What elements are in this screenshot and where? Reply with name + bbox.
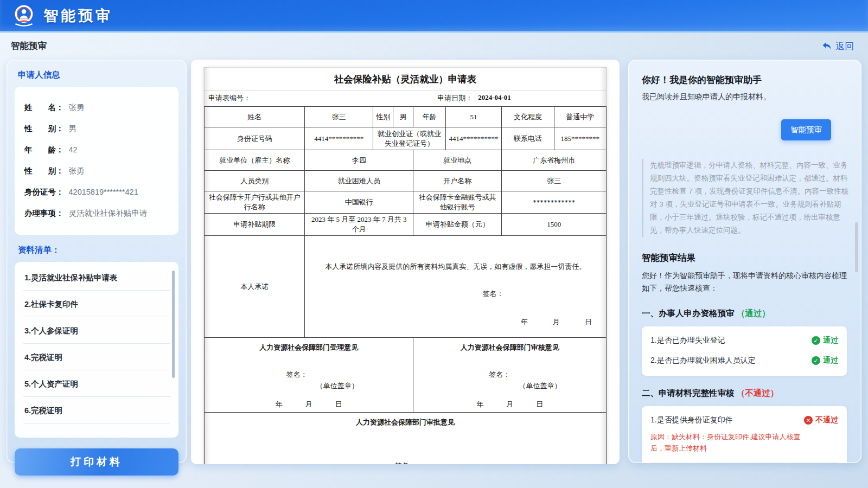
print-materials-button[interactable]: 打印材料 [15,448,178,476]
section-2-card: 1.是否提供身份证复印件 ✕ 不通过 原因：缺失材料：身份证复印件,建议申请人核… [642,406,847,463]
status-badge: 不通过 [815,415,838,425]
review-opinion-title: 人力资源社会保障部门审核意见 [416,343,604,352]
form-viewer-panel: 社会保险补贴（灵活就业）申请表 申请表编号： 申请日期： 2024-04-01 … [191,60,620,464]
assistant-note: 我已阅读并且知晓申请人的申报材料。 [642,92,847,102]
back-button[interactable]: 返回 [821,40,854,53]
materials-scrollbar[interactable] [172,271,175,378]
cell-name-value: 张三 [305,107,373,127]
table-row: 申请补贴期限 2023 年 5 月至 2023 年 7 月共 3 个月 申请补贴… [205,214,607,236]
cell-id-label: 身份证号码 [205,127,305,150]
field-value: 张勇 [69,102,85,113]
cross-circle-icon: ✕ [804,416,813,425]
applicant-panel-title: 申请人信息 [18,69,178,81]
year-label: 年 [521,317,528,327]
check-item: 1.是否提供身份证复印件 ✕ 不通过 原因：缺失材料：身份证复印件,建议申请人核… [650,407,838,463]
form-no-label: 申请表编号： [205,93,437,103]
year-label: 年 [476,400,483,409]
month-label: 月 [305,400,312,409]
section-2-heading: 二、申请材料完整性审核 （不通过） [642,388,847,399]
app-title: 智能预审 [43,6,113,25]
field-label: 身份证号： [24,187,64,197]
back-label: 返回 [835,40,854,53]
form-date-value: 2024-04-01 [478,93,511,103]
list-item[interactable]: 6.完税证明 [23,397,170,423]
applicant-fields-card: 姓 名： 张勇 性 别： 男 年 龄： 42 性 别： 张勇 身份证号： 420… [15,87,178,235]
list-item[interactable]: 1.灵活就业社保补贴申请表 [23,264,170,291]
cell-name-label: 姓名 [205,107,305,127]
cell-edu-value: 普通中学 [554,107,606,127]
cell-approve-opinion: 人力资源社会保障部门审批意见 签名： [205,413,607,465]
list-item[interactable]: 2.社保卡复印件 [23,291,170,317]
main-content: 申请人信息 姓 名： 张勇 性 别： 男 年 龄： 42 性 别： 张勇 身份证… [0,60,868,464]
commitment-date-blanks: 年 月 日 [521,317,592,327]
sign-label: 签名： [286,370,411,380]
sign-label: 签名： [207,461,604,464]
application-form-table: 姓名 张三 性别 男 年龄 51 文化程度 普通中学 身份证号码 4414***… [204,106,607,464]
cell-employer-value: 李四 [305,150,413,171]
app-header: 智能预审 [0,0,868,33]
breadcrumb-row: 智能预审 返回 [0,33,868,60]
table-row: 身份证号码 4414********** 就业创业证（或就业失业登记证号） 44… [205,127,607,150]
table-row: 姓名 张三 性别 男 年龄 51 文化程度 普通中学 [205,107,607,127]
check-item: 2.是否提供社保卡复印件 ✕ 不通过 原因：缺失材料：社保卡复印件,建议申请人核… [650,463,838,463]
section-status: （不通过） [737,388,779,397]
list-item[interactable]: 4.完税证明 [23,344,170,370]
cell-account-name-value: 张三 [502,171,607,191]
cell-gender-value: 男 [393,107,413,127]
smart-precheck-button[interactable]: 智能预审 [781,119,831,140]
field-label: 姓 名： [24,102,64,113]
form-date-label: 申请日期： [437,93,473,103]
check-item: 1.是否已办理失业登记 ✓ 通过 [650,328,838,354]
cell-edu-label: 文化程度 [502,107,554,127]
assistant-greeting: 你好！我是你的智能预审助手 [642,74,847,86]
section-1-heading: 一、办事人申办资格预审 （通过） [642,308,847,319]
cell-bank-value: 中国银行 [305,191,413,214]
field-label: 性 别： [24,124,64,134]
day-label: 日 [585,317,592,327]
commitment-text: 本人承诺所填内容及提供的所有资料均属真实、无误，如有虚假，愿承担一切责任。 [307,262,604,272]
field-label: 性 别： [24,166,64,176]
cell-employer-label: 就业单位（雇主）名称 [205,150,305,171]
breadcrumb: 智能预审 [11,40,47,52]
assistant-reasoning-quote: 先梳理预审逻辑，分申请人资格、材料完整、内容一致、业务规则四大块。资格预审看失业… [642,159,851,237]
field-gender: 性 别： 男 [24,124,169,134]
table-row: 社会保障卡开户行或其他开户行名称 中国银行 社会保障卡金融账号或其他银行账号 *… [205,191,607,214]
check-item: 2.是否已办理就业困难人员认定 ✓ 通过 [650,354,838,374]
field-matter: 办理事项： 灵活就业社保补贴申请 [24,208,169,219]
list-item[interactable]: 5.个人资产证明 [23,370,170,397]
cell-commit-content: 本人承诺所填内容及提供的所有资料均属真实、无误，如有虚假，愿承担一切责任。 签名… [305,236,607,338]
cell-period-label: 申请补贴期限 [205,214,305,236]
section-title: 二、申请材料完整性审核 [642,388,735,397]
materials-title: 资料清单： [18,245,178,256]
month-label: 月 [506,400,513,409]
stamp-logo-icon [12,3,36,28]
section-title: 一、办事人申办资格预审 [642,309,735,318]
year-label: 年 [276,400,283,409]
table-row-opinions: 人力资源社会保障部门受理意见 签名： （单位盖章） 年 月 日 人力资源社会保障… [205,338,607,413]
check-label: 2.是否已办理就业困难人员认定 [650,356,756,365]
cell-place-value: 广东省梅州市 [502,150,607,171]
form-title: 社会保险补贴（灵活就业）申请表 [204,67,607,90]
application-form-page: 社会保险补贴（灵活就业）申请表 申请表编号： 申请日期： 2024-04-01 … [203,67,607,464]
cell-bank-label: 社会保障卡开户行或其他开户行名称 [205,191,305,214]
table-row: 人员类别 就业困难人员 开户名称 张三 [205,171,607,191]
list-item[interactable]: 3.个人参保证明 [23,317,170,344]
seal-label: （单位盖章） [489,381,604,391]
cell-cert-label: 就业创业证（或就业失业登记证号） [373,127,445,150]
result-intro: 您好！作为智能预审助手，现将申请资料的核心审核内容梳理如下，帮您快速核查： [642,269,853,294]
cell-gender-label: 性别 [373,107,393,127]
commitment-sign-label: 签名： [483,289,504,299]
date-blanks: 年 月 日 [207,400,411,409]
result-title: 智能预审结果 [642,252,847,264]
cell-period-value: 2023 年 5 月至 2023 年 7 月共 3 个月 [305,214,413,236]
cell-bank-account-label: 社会保障卡金融账号或其他银行账号 [413,191,502,214]
field-value: 42 [69,145,78,154]
cell-cert-value: 4414********** [445,127,502,150]
table-row-approval: 人力资源社会保障部门审批意见 签名： [205,413,607,465]
assistant-scrollbar[interactable] [855,222,858,272]
check-label: 1.是否已办理失业登记 [650,336,725,345]
cell-phone-value: 185******** [554,127,606,150]
cell-amount-label: 申请补贴金额（元） [413,214,502,236]
field-gender-2: 性 别： 张勇 [24,166,169,176]
approve-opinion-title: 人力资源社会保障部门审批意见 [207,418,604,427]
